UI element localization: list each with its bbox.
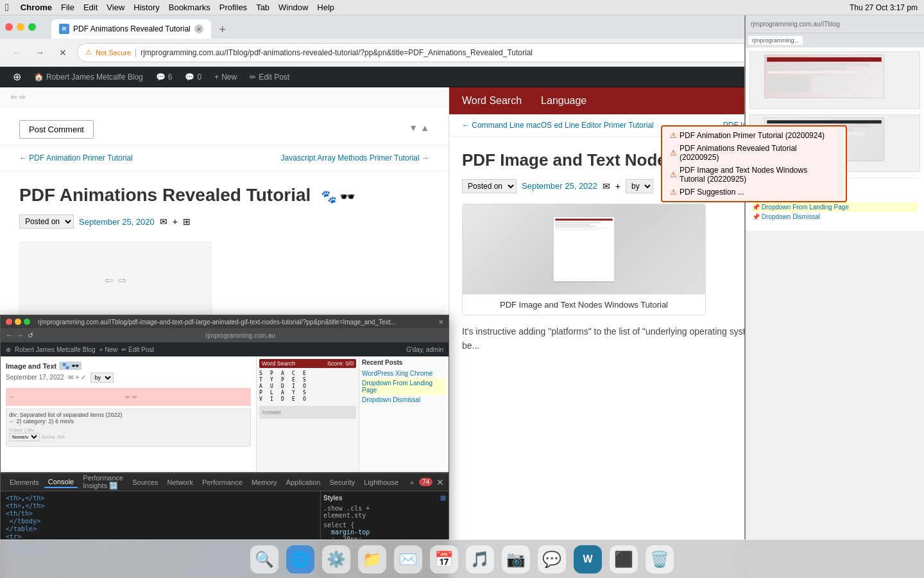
share-icon[interactable]: ⊞ — [183, 216, 191, 227]
reload-button[interactable]: ✕ — [54, 44, 72, 62]
inner-edit-label[interactable]: ✏ Edit Post — [121, 346, 154, 353]
dock-music-icon[interactable]: 🎵 — [466, 545, 494, 574]
inner-class-select[interactable]: None/v — [9, 433, 40, 441]
devtools-tab-elements[interactable]: Elements — [6, 477, 43, 487]
inner-recent-post-2[interactable]: Dropdown From Landing Page — [362, 378, 446, 395]
posted-on-select[interactable]: Posted on — [19, 215, 74, 229]
far-right-active-tab[interactable]: rjmprogramming... — [748, 36, 803, 45]
dock-mail-icon[interactable]: ✉️ — [394, 545, 422, 574]
dock-chrome-icon[interactable]: 🌐 — [286, 545, 314, 574]
devtools-tab-sources[interactable]: Sources — [128, 477, 162, 487]
wp-comments-count[interactable]: 💬 6 — [151, 67, 178, 87]
inner-blog-name[interactable]: Robert James Metcalfe Blog — [15, 346, 96, 353]
url-bar[interactable]: ⚠ Not Secure | rjmprogramming.com.au/ITb… — [77, 43, 838, 62]
inner-forward-icon[interactable]: → — [17, 331, 24, 339]
devtools-tab-perf[interactable]: Performance Insights 🔢 — [79, 473, 127, 491]
menu-history[interactable]: History — [133, 3, 159, 12]
dock-photos-icon[interactable]: 📷 — [502, 545, 530, 574]
devtools-tab-lighthouse[interactable]: Lighthouse — [360, 477, 402, 487]
devtools-tab-security[interactable]: Security — [325, 477, 359, 487]
word-search-nav-item[interactable]: Word Search — [462, 95, 522, 107]
devtools-tab-network[interactable]: Network — [164, 477, 197, 487]
traffic-lights — [5, 23, 36, 31]
suggestion-item-1[interactable]: ⚠ PDF Animation Primer Tutorial (2020092… — [665, 129, 838, 142]
dock-files-icon[interactable]: 📁 — [358, 545, 386, 574]
right-prev-post-link[interactable]: ← Command Line macOS ed Line Editor Prim… — [462, 121, 654, 130]
devtools-tab-memory[interactable]: Memory — [248, 477, 281, 487]
inner-reload-icon[interactable]: ↺ — [28, 331, 33, 340]
suggestion-item-3[interactable]: ⚠ PDF Image and Text Nodes Windows Tutor… — [665, 164, 838, 186]
menu-view[interactable]: View — [107, 3, 124, 12]
right-posted-on-select[interactable]: Posted on — [462, 179, 517, 193]
post-date-link[interactable]: September 25, 2020 — [79, 217, 155, 227]
inner-close-button[interactable]: ✕ — [438, 319, 443, 326]
dock-terminal-icon[interactable]: ⬛ — [610, 545, 638, 574]
right-add-icon[interactable]: + — [615, 181, 620, 191]
tab-close-button[interactable]: ✕ — [194, 24, 203, 33]
dock-trash-icon[interactable]: 🗑️ — [646, 545, 674, 574]
menu-chrome[interactable]: Chrome — [21, 3, 52, 12]
devtools-tab-console[interactable]: Console — [44, 477, 78, 488]
far-right-post-3[interactable]: 📌 Dropdown Dismissal — [752, 212, 918, 222]
dock-calendar-icon[interactable]: 📅 — [430, 545, 458, 574]
suggestion-item-2[interactable]: ⚠ PDF Animations Revealed Tutorial (2020… — [665, 142, 838, 164]
inner-by-select[interactable]: by — [90, 372, 114, 383]
devtools-tab-application[interactable]: Application — [282, 477, 325, 487]
url-text: rjmprogramming.com.au/ITblog/pdf-animati… — [141, 48, 830, 57]
devtools-more-tabs[interactable]: » — [406, 477, 418, 487]
menu-tab[interactable]: Tab — [256, 3, 270, 12]
left-arrow-icon[interactable]: ⇦ — [105, 274, 113, 286]
dock-finder-icon[interactable]: 🔍 — [250, 545, 278, 574]
inner-line-2: ← 2) category: 2) 6 min/s — [9, 418, 248, 425]
wp-edit-post[interactable]: ✏ Edit Post — [244, 67, 295, 87]
inner-minimize-icon[interactable] — [15, 319, 21, 325]
menu-help[interactable]: Help — [317, 3, 334, 12]
menu-bookmarks[interactable]: Bookmarks — [169, 3, 210, 12]
maximize-window-button[interactable] — [28, 23, 36, 31]
new-tab-button[interactable]: + — [214, 21, 232, 39]
dock-settings-icon[interactable]: ⚙️ — [322, 545, 350, 574]
menu-window[interactable]: Window — [278, 3, 308, 12]
dock-messages-icon[interactable]: 💬 — [538, 545, 566, 574]
right-post-date-link[interactable]: September 25, 2022 — [522, 181, 597, 191]
inner-recent-post-3[interactable]: Dropdown Dismissal — [362, 395, 446, 405]
inner-maximize-icon[interactable] — [24, 319, 30, 325]
next-post-link[interactable]: Javascript Array Methods Primer Tutorial… — [281, 153, 429, 162]
suggestion-item-4[interactable]: ⚠ PDF Suggestion ... — [665, 186, 838, 198]
browser-tab-active[interactable]: R PDF Animations Revealed Tutorial ✕ — [51, 19, 211, 39]
far-right-post-2[interactable]: 📌 Dropdown From Landing Page — [752, 202, 918, 212]
forward-button[interactable]: → — [31, 44, 49, 62]
scroll-arrows[interactable]: ⇦ ⇨ — [10, 92, 26, 101]
right-arrow-icon[interactable]: ⇨ — [118, 274, 126, 286]
suggestions-scrollbar[interactable] — [838, 129, 843, 198]
wp-logo-item[interactable]: ⊕ — [8, 67, 26, 87]
inner-browser-nav: ← → ↺ rjmprogramming.com.au — [1, 328, 449, 342]
by-select[interactable]: by — [626, 179, 653, 193]
devtools-tab-performance[interactable]: Performance — [198, 477, 246, 487]
language-nav-item[interactable]: Language — [541, 95, 586, 107]
post-comment-button[interactable]: Post Comment — [19, 120, 94, 139]
menu-edit[interactable]: Edit — [83, 3, 98, 12]
minimize-window-button[interactable] — [17, 23, 24, 31]
scroll-controls[interactable]: ▼ ▲ — [409, 123, 429, 133]
wp-blog-name[interactable]: 🏠 Robert James Metcalfe Blog — [29, 67, 148, 87]
devtools-close-icon[interactable]: ✕ — [436, 477, 444, 487]
wp-comments-zero[interactable]: 💬 0 — [180, 67, 207, 87]
apple-menu[interactable]:  — [5, 2, 9, 13]
inner-wp-icon[interactable]: ⊕ — [6, 346, 11, 353]
dock-wordpress-icon[interactable]: W — [574, 545, 602, 574]
styles-filter-icon[interactable]: ⊞ — [440, 494, 446, 502]
inner-new-label[interactable]: + New — [99, 346, 118, 353]
inner-recent-post-1[interactable]: WordPress Xing Chrome — [362, 369, 446, 378]
back-button[interactable]: ← — [8, 44, 26, 62]
wp-new-item[interactable]: + New — [209, 67, 242, 87]
inner-post-meta-date: September 17, 2022 ✉ + ✓ by — [6, 372, 251, 383]
add-icon[interactable]: + — [173, 216, 178, 227]
prev-post-link[interactable]: ← PDF Animation Primer Tutorial — [19, 153, 133, 162]
close-window-button[interactable] — [5, 23, 13, 31]
inner-select-area: None/v Score: 0/0 — [9, 433, 248, 441]
inner-back-icon[interactable]: ← — [6, 331, 13, 339]
inner-close-icon[interactable] — [6, 319, 12, 325]
menu-profiles[interactable]: Profiles — [219, 3, 247, 12]
menu-file[interactable]: File — [61, 3, 74, 12]
